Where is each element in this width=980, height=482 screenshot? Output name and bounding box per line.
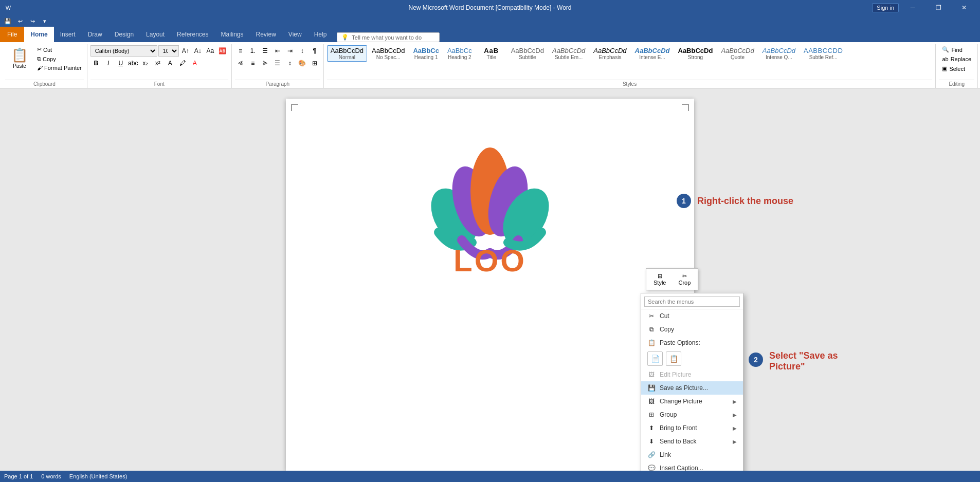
copy-ctx-label: Copy: [660, 326, 674, 333]
tab-insert[interactable]: Insert: [54, 27, 82, 42]
numbering-button[interactable]: 1.: [247, 45, 259, 57]
context-group[interactable]: ⊞ Group ▶: [641, 408, 743, 421]
style-subtle-emphasis[interactable]: AaBbCcDd Subtle Em...: [549, 45, 589, 62]
replace-button[interactable]: ab Replace: [939, 55, 974, 63]
format-painter-button[interactable]: 🖌 Format Painter: [35, 64, 84, 72]
context-copy[interactable]: ⧉ Copy: [641, 323, 743, 336]
style-title[interactable]: AaB Title: [477, 45, 506, 62]
multilevel-list-button[interactable]: ☰: [260, 45, 271, 57]
font-color-button[interactable]: A: [189, 58, 201, 69]
cut-ctx-icon: ✂: [647, 312, 656, 320]
style-intense-emphasis[interactable]: AaBbCcDd Intense E...: [631, 45, 674, 62]
strikethrough-button[interactable]: abc: [128, 58, 139, 69]
clipboard-content: 📋 Paste ✂ Cut ⧉ Copy 🖌 Format Painter: [5, 44, 84, 80]
borders-button[interactable]: ⊞: [309, 58, 320, 69]
find-button[interactable]: 🔍 Find: [939, 45, 974, 54]
tell-me-bar[interactable]: 💡 Tell me what you want to do: [337, 32, 440, 42]
cut-button[interactable]: ✂ Cut: [35, 45, 84, 54]
superscript-button[interactable]: x²: [152, 58, 164, 69]
font-shrink-button[interactable]: A↓: [192, 45, 204, 57]
restore-button[interactable]: ❐: [927, 0, 950, 15]
align-right-button[interactable]: ⫸: [260, 58, 271, 69]
close-button[interactable]: ✕: [952, 0, 976, 15]
search-menus-input[interactable]: [644, 296, 740, 307]
tab-mailings[interactable]: Mailings: [214, 27, 249, 42]
italic-button[interactable]: I: [103, 58, 114, 69]
document-area: LOO ⊞ Style ✂ Crop ✂ Cut: [0, 88, 980, 471]
align-left-button[interactable]: ⫷: [235, 58, 246, 69]
style-intense-quote[interactable]: AaBbCcDd Intense Q...: [759, 45, 799, 62]
context-send-back[interactable]: ⬇ Send to Back ▶: [641, 435, 743, 448]
sort-button[interactable]: ↕: [297, 45, 308, 57]
copy-label: Copy: [43, 56, 56, 62]
increase-indent-button[interactable]: ⇥: [284, 45, 296, 57]
tab-file[interactable]: File: [0, 27, 24, 42]
context-link[interactable]: 🔗 Link: [641, 448, 743, 461]
minimize-button[interactable]: ─: [901, 0, 924, 15]
paragraph-label: Paragraph: [235, 80, 320, 88]
context-cut[interactable]: ✂ Cut: [641, 309, 743, 323]
change-picture-label: Change Picture: [660, 398, 702, 405]
tab-review[interactable]: Review: [250, 27, 282, 42]
tab-view[interactable]: View: [282, 27, 308, 42]
subscript-button[interactable]: x₂: [140, 58, 151, 69]
style-strong[interactable]: AaBbCcDd Strong: [675, 45, 717, 62]
crop-toolbar-button[interactable]: ✂ Crop: [673, 271, 696, 288]
paste-button[interactable]: 📋 Paste: [5, 45, 34, 71]
editing-label: Editing: [939, 80, 974, 88]
shading-button[interactable]: 🎨: [297, 58, 308, 69]
tab-draw[interactable]: Draw: [82, 27, 108, 42]
copy-button[interactable]: ⧉ Copy: [35, 54, 84, 63]
context-insert-caption[interactable]: 💬 Insert Caption...: [641, 461, 743, 471]
text-highlight-button[interactable]: 🖍: [177, 58, 188, 69]
paste-opt-2[interactable]: 📋: [666, 351, 681, 366]
context-paste-options-label: 📋 Paste Options:: [641, 336, 743, 349]
align-center-button[interactable]: ≡: [247, 58, 259, 69]
undo-button[interactable]: ↩: [14, 15, 26, 27]
style-no-spacing[interactable]: AaBbCcDd No Spac...: [368, 45, 408, 62]
style-heading1[interactable]: AaBbCc Heading 1: [409, 45, 443, 62]
redo-button[interactable]: ↪: [27, 15, 38, 27]
font-grow-button[interactable]: A↑: [180, 45, 191, 57]
line-spacing-button[interactable]: ↕: [284, 58, 296, 69]
quick-access-toolbar: 💾 ↩ ↪ ▾: [0, 15, 440, 27]
annotation-2: 2 Select "Save asPicture": [749, 350, 838, 372]
format-painter-label: Format Painter: [44, 65, 82, 71]
style-heading2[interactable]: AaBbCc Heading 2: [444, 45, 476, 62]
change-case-button[interactable]: Aa: [205, 45, 216, 57]
font-name-select[interactable]: Calibri (Body): [90, 45, 157, 57]
tab-help[interactable]: Help: [308, 27, 333, 42]
edit-picture-label: Edit Picture: [660, 371, 691, 378]
save-qa-button[interactable]: 💾: [2, 15, 13, 27]
font-size-select[interactable]: 10.5: [158, 45, 179, 57]
paste-opt-1[interactable]: 📄: [647, 351, 663, 366]
style-subtle-reference[interactable]: AaBbCcDd Subtle Ref...: [800, 45, 846, 62]
select-button[interactable]: ▣ Select: [939, 64, 974, 73]
style-subtitle[interactable]: AaBbCcDd Subtitle: [507, 45, 548, 62]
text-effects-button[interactable]: A: [165, 58, 176, 69]
tab-layout[interactable]: Layout: [140, 27, 171, 42]
sign-in-button[interactable]: Sign in: [872, 3, 899, 12]
context-bring-front[interactable]: ⬆ Bring to Front ▶: [641, 421, 743, 435]
title-bar-left: W: [4, 4, 12, 12]
context-change-picture[interactable]: 🖼 Change Picture ▶: [641, 395, 743, 408]
bold-button[interactable]: B: [90, 58, 102, 69]
logo-area: LOO: [322, 135, 658, 263]
replace-label: Replace: [951, 56, 971, 62]
tab-references[interactable]: References: [171, 27, 214, 42]
tab-design[interactable]: Design: [108, 27, 140, 42]
context-toolbar: ⊞ Style ✂ Crop: [646, 268, 698, 290]
clear-formatting-button[interactable]: 🆎: [217, 45, 228, 57]
context-save-as-picture[interactable]: 💾 Save as Picture...: [641, 381, 743, 395]
decrease-indent-button[interactable]: ⇤: [272, 45, 283, 57]
show-marks-button[interactable]: ¶: [309, 45, 320, 57]
style-emphasis[interactable]: AaBbCcDd Emphasis: [590, 45, 630, 62]
quick-access-more-button[interactable]: ▾: [39, 15, 50, 27]
underline-button[interactable]: U: [115, 58, 126, 69]
style-toolbar-button[interactable]: ⊞ Style: [648, 271, 671, 288]
bullets-button[interactable]: ≡: [235, 45, 246, 57]
justify-button[interactable]: ☰: [272, 58, 283, 69]
style-quote[interactable]: AaBbCcDd Quote: [717, 45, 757, 62]
style-normal[interactable]: AaBbCcDd Normal: [327, 45, 367, 62]
tab-home[interactable]: Home: [24, 27, 53, 42]
